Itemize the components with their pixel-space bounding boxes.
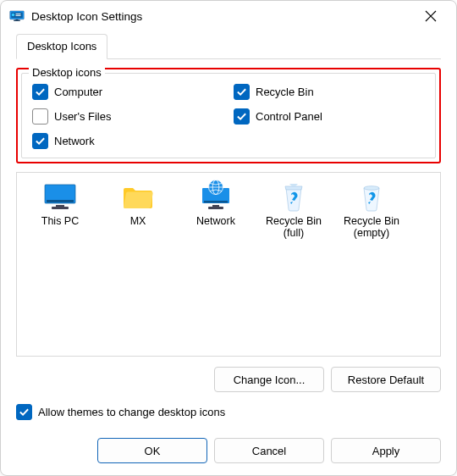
svg-rect-15 <box>208 207 223 209</box>
recycle-bin-empty-icon <box>357 181 386 212</box>
checkbox-label: Allow themes to change desktop icons <box>38 406 225 418</box>
checkbox-label: Control Panel <box>256 110 322 123</box>
checkmark-icon <box>32 84 48 100</box>
titlebar: Desktop Icon Settings <box>1 1 456 31</box>
checkbox-allow-themes[interactable]: Allow themes to change desktop icons <box>16 404 441 420</box>
checkbox-grid: Computer Recycle Bin User's Files <box>32 84 425 149</box>
checkbox-label: Recycle Bin <box>256 86 314 98</box>
checkmark-icon <box>32 133 48 149</box>
monitor-icon <box>43 183 77 212</box>
checkbox-recycle-bin[interactable]: Recycle Bin <box>234 84 425 100</box>
checkbox-network[interactable]: Network <box>32 133 223 149</box>
icon-item-user-folder[interactable]: MX <box>102 181 174 227</box>
close-icon <box>425 10 437 22</box>
window-title: Desktop Icon Settings <box>31 10 414 23</box>
icon-item-recycle-full[interactable]: Recycle Bin (full) <box>257 181 330 240</box>
change-icon-button[interactable]: Change Icon... <box>214 367 324 392</box>
icon-caption: This PC <box>24 215 96 227</box>
app-icon <box>9 8 25 24</box>
icon-caption: Network <box>179 215 252 227</box>
cancel-button[interactable]: Cancel <box>214 438 324 463</box>
checkbox-label: User's Files <box>54 110 112 123</box>
group-legend: Desktop icons <box>29 66 105 79</box>
svg-rect-13 <box>204 201 228 203</box>
icon-action-row: Change Icon... Restore Default <box>16 367 441 392</box>
dialog-button-row: OK Cancel Apply <box>97 438 441 463</box>
svg-point-20 <box>364 186 379 191</box>
checkbox-control-panel[interactable]: Control Panel <box>234 108 425 125</box>
tabstrip: Desktop Icons <box>16 35 441 59</box>
close-button[interactable] <box>414 1 448 31</box>
network-icon <box>199 180 233 212</box>
recycle-bin-full-icon <box>279 181 308 212</box>
icon-item-recycle-empty[interactable]: Recycle Bin (empty) <box>335 181 408 240</box>
checkbox-label: Network <box>54 135 95 147</box>
checkmark-icon <box>234 108 250 125</box>
tab-desktop-icons[interactable]: Desktop Icons <box>16 34 107 59</box>
ok-button[interactable]: OK <box>97 438 207 463</box>
checkbox-computer[interactable]: Computer <box>32 84 223 100</box>
svg-rect-3 <box>16 19 19 21</box>
svg-rect-6 <box>16 15 21 16</box>
checkbox-empty-icon <box>32 108 48 125</box>
checkmark-icon <box>16 404 32 420</box>
svg-point-4 <box>12 14 14 16</box>
apply-button[interactable]: Apply <box>331 438 441 463</box>
svg-rect-14 <box>212 205 219 207</box>
checkbox-label: Computer <box>54 86 102 98</box>
checkbox-users-files[interactable]: User's Files <box>32 108 223 125</box>
window-frame: Desktop Icon Settings Desktop Icons Desk… <box>0 0 457 476</box>
group-desktop-icons: Desktop icons Computer Recycle Bin <box>21 73 436 158</box>
icon-caption: MX <box>102 215 174 227</box>
icon-preview-list: This PC MX <box>16 172 441 357</box>
restore-default-button[interactable]: Restore Default <box>331 367 441 392</box>
highlight-annotation: Desktop icons Computer Recycle Bin <box>16 68 441 163</box>
icon-caption: Recycle Bin (empty) <box>335 215 408 240</box>
folder-icon <box>121 183 155 212</box>
svg-rect-5 <box>16 14 21 14</box>
checkmark-icon <box>234 84 250 100</box>
icon-item-this-pc[interactable]: This PC <box>24 181 96 227</box>
icon-item-network[interactable]: Network <box>179 181 252 227</box>
svg-rect-9 <box>47 200 74 202</box>
svg-rect-11 <box>52 207 69 209</box>
svg-rect-10 <box>56 205 64 207</box>
client-area: Desktop Icons Desktop icons Computer <box>1 31 456 430</box>
icon-caption: Recycle Bin (full) <box>257 215 330 240</box>
